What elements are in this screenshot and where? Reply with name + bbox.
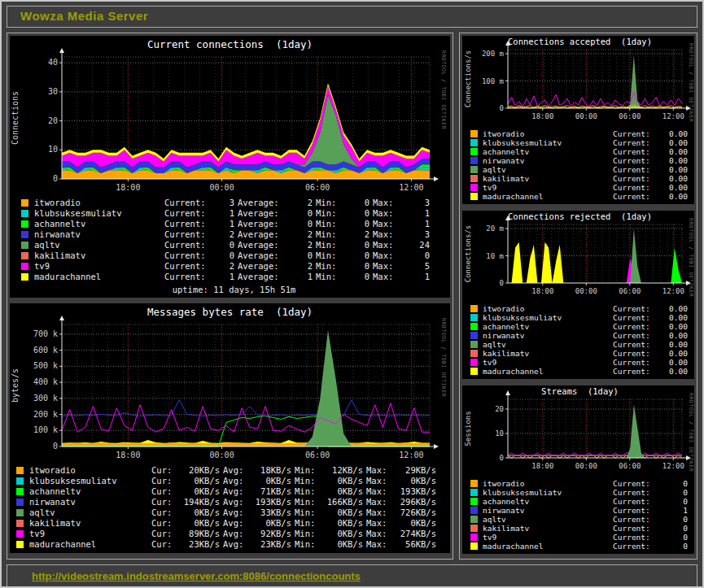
legend-channel-name: itworadio <box>483 129 610 138</box>
legend-stat-label: Cur: <box>151 476 176 486</box>
legend-stat-value: 0.00 <box>658 183 688 192</box>
madurachannel-color-swatch <box>470 368 478 375</box>
svg-text:06:00: 06:00 <box>619 112 641 120</box>
y-axis-label: Sessions <box>464 411 472 446</box>
legend-row-tv9: tv9Current:0.00 <box>470 358 688 367</box>
legend-stat-value: 3 <box>405 198 430 208</box>
legend-stat-label: Max: <box>373 208 402 219</box>
legend-stat-value: 0.00 <box>658 147 688 156</box>
legend-stat-value: 193KB/s <box>394 486 436 497</box>
legend-stat-label: Current: <box>613 183 655 192</box>
legend-stat-value: 0 <box>405 250 430 261</box>
series-tv9 <box>62 403 430 433</box>
svg-text:20: 20 <box>495 405 504 413</box>
tv9-color-swatch <box>470 184 478 191</box>
legend-stat-label: Current: <box>164 250 210 261</box>
legend-channel-name: aqltv <box>483 515 610 524</box>
madurachannel-color-swatch <box>16 541 24 548</box>
legend-row-kakilimatv: kakilimatvCurrent:0Average:0Min:0Max:0 <box>21 250 447 261</box>
y-axis-arrow-icon <box>59 316 64 320</box>
legend-channel-name: aqltv <box>483 165 610 174</box>
achanneltv-color-swatch <box>16 488 24 495</box>
madurachannel-color-swatch <box>21 273 28 281</box>
legend-stat-label: Average: <box>238 229 288 240</box>
tv9-color-swatch <box>16 530 24 538</box>
madurachannel-color-swatch <box>470 193 478 200</box>
legend-channel-name: kakilimatv <box>483 349 610 358</box>
legend-stat-value: 5 <box>405 261 430 272</box>
legend-stat-value: 1 <box>405 272 430 282</box>
legend-stat-label: Min: <box>295 529 319 539</box>
legend-channel-name: madurachannel <box>34 272 161 282</box>
madurachannel-color-swatch <box>470 542 478 550</box>
legend-stat-label: Avg: <box>223 497 247 507</box>
legend-stat-label: Current: <box>613 174 655 183</box>
legend-stat-label: Current: <box>164 219 210 229</box>
legend-stat-value: 2 <box>213 229 234 240</box>
graph-connections-accepted: 0100 m200 m18:0000:0006:0012:00Connectio… <box>462 36 694 204</box>
legend-channel-name: nirwanatv <box>483 331 610 340</box>
legend-stat-label: Min: <box>316 208 345 219</box>
svg-text:10: 10 <box>495 429 504 438</box>
legend-row-klubsuksesmuliatv: klubsuksesmuliatvCurrent:1Average:0Min:0… <box>21 208 447 219</box>
svg-text:400 k: 400 k <box>33 377 58 386</box>
legend-stat-label: Current: <box>613 165 655 174</box>
legend-stat-label: Min: <box>295 486 319 497</box>
legend-stat-label: Average: <box>238 240 288 250</box>
current-connections-chart: 01020304018:0000:0006:0012:00Current con… <box>10 36 450 195</box>
legend-stat-value: 29KB/s <box>394 465 436 476</box>
legend-stat-label: Avg: <box>223 486 247 497</box>
connectioncounts-link[interactable]: http://videostream.indostreamserver.com:… <box>32 570 361 582</box>
legend-stat-label: Current: <box>613 156 655 165</box>
legend-stat-value: 0.00 <box>658 192 688 201</box>
legend-stat-value: 2 <box>291 240 313 250</box>
achanneltv-color-swatch <box>470 148 478 155</box>
legend-stat-label: Avg: <box>223 529 247 539</box>
legend-stat-label: Current: <box>164 208 210 219</box>
legend-stat-value: 0KB/s <box>394 518 436 529</box>
uptime-note: uptime: 11 days, 15h 51m <box>21 282 447 294</box>
nirwanatv-color-swatch <box>470 332 478 339</box>
series-itworadio <box>62 170 430 179</box>
legend-stat-label: Max: <box>366 507 391 518</box>
svg-text:06:00: 06:00 <box>619 287 641 295</box>
legend-stat-value: 3 <box>405 229 430 240</box>
legend-stat-value: 0 <box>291 208 313 219</box>
legend-channel-name: aqltv <box>29 507 148 518</box>
legend-stat-value: 0KB/s <box>179 476 220 486</box>
chart-title: Messages bytes rate (1day) <box>147 306 313 318</box>
chart-title: Current connections (1day) <box>147 38 313 50</box>
messages-bytes-rate-chart: 0100 k200 k300 k400 k500 k600 k700 k18:0… <box>10 303 450 463</box>
legend-stat-label: Min: <box>295 539 319 550</box>
legend-stat-label: Max: <box>373 250 402 261</box>
svg-text:0: 0 <box>500 279 504 287</box>
legend-channel-name: kakilimatv <box>483 174 610 183</box>
legend-stat-label: Min: <box>316 250 345 261</box>
legend-row-aqltv: aqltvCurrent:0.00 <box>470 340 688 349</box>
nirwanatv-color-swatch <box>16 499 24 506</box>
nirwanatv-color-swatch <box>470 507 478 514</box>
legend-stat-label: Min: <box>316 229 345 240</box>
svg-text:18:00: 18:00 <box>531 287 553 295</box>
legend-stat-value: 0.00 <box>658 174 688 183</box>
legend-channel-name: kakilimatv <box>483 524 610 533</box>
legend-stat-label: Avg: <box>223 476 247 486</box>
legend-channel-name: itworadio <box>483 304 610 313</box>
legend-stat-value: 0.00 <box>658 129 688 138</box>
legend-row-aqltv: aqltvCurrent:0 <box>470 515 688 524</box>
legend-stat-value: 0.00 <box>658 165 688 174</box>
svg-text:20: 20 <box>48 116 58 125</box>
messages-bytes-rate-legend: itworadioCur:20KB/sAvg:18KB/sMin:12KB/sM… <box>10 463 450 553</box>
legend-stat-value: 0 <box>348 208 369 219</box>
svg-text:18:00: 18:00 <box>531 112 553 120</box>
y-axis-label: Connections/s <box>464 50 472 107</box>
legend-row-klubsuksesmuliatv: klubsuksesmuliatvCurrent:0.00 <box>470 313 688 322</box>
kakilimatv-color-swatch <box>470 525 478 532</box>
legend-stat-label: Current: <box>613 542 655 551</box>
legend-stat-value: 0KB/s <box>179 486 220 497</box>
legend-row-itworadio: itworadioCur:20KB/sAvg:18KB/sMin:12KB/sM… <box>16 465 447 476</box>
nirwanatv-color-swatch <box>21 231 28 238</box>
legend-stat-value: 0 <box>348 272 369 282</box>
legend-stat-label: Average: <box>238 250 288 261</box>
legend-stat-label: Current: <box>164 272 210 282</box>
